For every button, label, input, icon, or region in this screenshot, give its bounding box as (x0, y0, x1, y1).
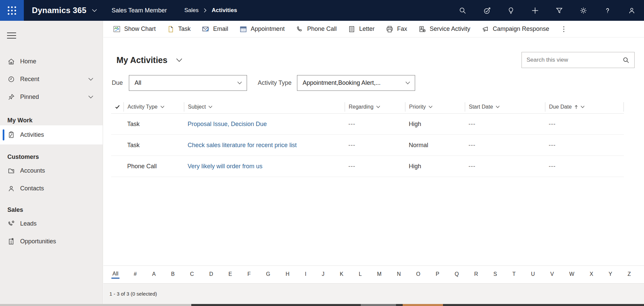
jump-item[interactable]: E (228, 270, 233, 279)
chevron-down-icon[interactable] (88, 96, 93, 99)
help-icon[interactable] (604, 7, 611, 14)
subject-link[interactable]: Check sales literature for recent price … (188, 142, 297, 148)
jump-item[interactable]: M (376, 270, 383, 279)
sidebar-item-contacts[interactable]: Contacts (0, 180, 103, 197)
table-row[interactable]: Phone Call Very likely will order from u… (111, 156, 624, 177)
sidebar-item-home[interactable]: Home (0, 53, 103, 70)
folder-icon (7, 167, 15, 175)
new-letter-button[interactable]: Letter (342, 21, 380, 38)
cell-activity-type: Phone Call (127, 163, 157, 170)
breadcrumb-parent[interactable]: Sales (184, 7, 199, 14)
command-bar: Show Chart Task Email Appointment Phone … (103, 21, 644, 38)
chevron-down-icon (237, 81, 242, 84)
breadcrumb-current[interactable]: Activities (212, 7, 237, 14)
table-row[interactable]: Task Proposal Issue, Decision Due --- Hi… (111, 114, 624, 135)
document-alert-icon (7, 238, 15, 245)
jump-item[interactable]: F (246, 270, 252, 279)
sidebar-item-activities[interactable]: Activities (0, 125, 103, 144)
chart-icon (113, 25, 120, 33)
search-input[interactable] (522, 57, 623, 63)
column-header-regarding[interactable]: Regarding (345, 102, 405, 112)
app-launcher-button[interactable] (0, 0, 24, 21)
column-header-subject[interactable]: Subject (184, 102, 345, 112)
subject-link[interactable]: Very likely will order from us (188, 163, 262, 170)
view-content: My Activities Due All Activity Type Appo… (103, 38, 644, 306)
table-row[interactable]: Task Check sales literature for recent p… (111, 135, 624, 156)
chevron-down-icon (429, 106, 433, 108)
jump-item[interactable]: V (549, 270, 555, 279)
jump-item[interactable]: All (111, 270, 119, 279)
column-header-activity-type[interactable]: Activity Type (123, 102, 184, 112)
jump-item[interactable]: P (435, 270, 440, 279)
sidebar-item-leads[interactable]: Leads (0, 215, 103, 233)
show-chart-button[interactable]: Show Chart (107, 21, 161, 38)
jump-item[interactable]: Y (607, 270, 613, 279)
area-title[interactable]: Sales Team Member (112, 7, 167, 14)
jump-item[interactable]: W (568, 270, 575, 279)
jump-item[interactable]: O (415, 270, 421, 279)
jump-item[interactable]: N (396, 270, 402, 279)
jump-item[interactable]: Z (627, 270, 632, 279)
chevron-down-icon[interactable] (88, 78, 93, 81)
jump-item[interactable]: # (133, 270, 138, 279)
new-fax-button[interactable]: Fax (380, 21, 413, 38)
command-label: Show Chart (124, 25, 156, 33)
filter-icon[interactable] (555, 7, 563, 14)
fax-printer-icon (386, 25, 393, 33)
jump-item[interactable]: J (321, 270, 326, 279)
jump-item[interactable]: X (589, 270, 594, 279)
jump-item[interactable]: U (530, 270, 536, 279)
activity-type-filter-label: Activity Type (258, 79, 292, 86)
view-selector[interactable]: My Activities (116, 55, 182, 65)
jump-item[interactable]: D (208, 270, 214, 279)
cell-priority: High (409, 163, 421, 170)
person-icon[interactable] (628, 7, 636, 14)
lightbulb-icon[interactable] (507, 7, 515, 14)
column-header-priority[interactable]: Priority (405, 102, 465, 112)
chevron-right-icon (204, 8, 207, 13)
more-commands-button[interactable] (558, 21, 569, 38)
breadcrumb: Sales Activities (184, 7, 237, 14)
waffle-icon (8, 6, 16, 15)
jump-item[interactable]: S (492, 270, 498, 279)
jump-item[interactable]: K (339, 270, 344, 279)
cell-regarding: --- (348, 142, 355, 148)
jump-item[interactable]: C (189, 270, 195, 279)
jump-item[interactable]: Q (454, 270, 460, 279)
gear-icon[interactable] (580, 7, 587, 14)
check-circle-icon[interactable] (483, 7, 491, 14)
column-header-start-date[interactable]: Start Date (465, 102, 545, 112)
new-email-button[interactable]: Email (196, 21, 234, 38)
column-label: Subject (188, 104, 206, 110)
new-service-activity-button[interactable]: Service Activity (413, 21, 476, 38)
sidebar-item-accounts[interactable]: Accounts (0, 162, 103, 180)
select-all-header[interactable] (111, 102, 123, 112)
jump-item[interactable]: A (151, 270, 157, 279)
plus-icon[interactable] (531, 7, 539, 14)
jump-item[interactable]: B (170, 270, 176, 279)
jump-item[interactable]: R (473, 270, 479, 279)
sidebar-item-pinned[interactable]: Pinned (0, 88, 103, 106)
new-appointment-button[interactable]: Appointment (234, 21, 290, 38)
column-header-due-date[interactable]: Due Date (545, 102, 624, 112)
jump-item[interactable]: L (358, 270, 363, 279)
sidebar-item-recent[interactable]: Recent (0, 70, 103, 88)
due-filter-dropdown[interactable]: All (129, 75, 247, 91)
activity-type-filter-dropdown[interactable]: Appointment,Booking Alert,... (297, 75, 415, 91)
search-icon[interactable] (459, 7, 466, 14)
jump-item[interactable]: G (265, 270, 271, 279)
search-icon[interactable] (623, 57, 630, 64)
new-campaign-response-button[interactable]: Campaign Response (476, 21, 555, 38)
new-task-button[interactable]: Task (161, 21, 196, 38)
hamburger-menu-button[interactable] (7, 33, 16, 39)
jump-item[interactable]: I (304, 270, 307, 279)
topbar-icon-group (459, 7, 644, 14)
jump-item[interactable]: H (285, 270, 291, 279)
new-phone-call-button[interactable]: Phone Call (290, 21, 342, 38)
sidebar-item-opportunities[interactable]: Opportunities (0, 233, 103, 250)
chevron-down-icon[interactable] (92, 9, 97, 12)
person-icon (7, 185, 15, 192)
subject-link[interactable]: Proposal Issue, Decision Due (188, 121, 267, 127)
jump-item[interactable]: T (511, 270, 517, 279)
clock-icon (7, 75, 15, 83)
